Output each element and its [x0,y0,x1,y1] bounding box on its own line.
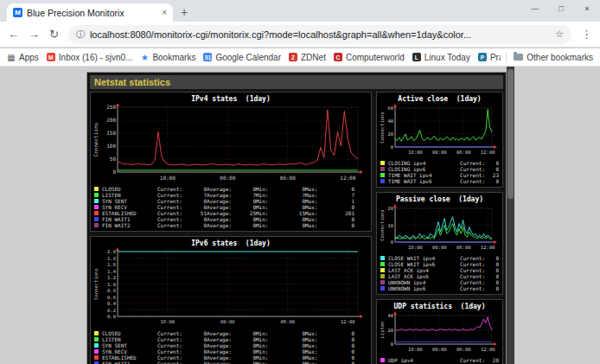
graphs-right-column: Active close (1day) 020406018:0000:0006:… [376,92,503,364]
svg-text:Connections: Connections [93,122,99,156]
svg-text:Connections: Connections [93,268,99,299]
legend-stat: Current:0 [460,279,499,285]
svg-text:12:00: 12:00 [481,150,495,155]
graph-legend: CLOSE_WAIT ipv4Current:0CLOSE_WAIT ipv6C… [378,254,501,293]
legend-stat: Current:0 [460,166,499,172]
address-bar[interactable]: ⓘ localhost:8080/monitorix-cgi/monitorix… [68,25,571,44]
legend-swatch [380,161,385,165]
svg-text:1.0: 1.0 [107,282,116,287]
bookmarks-list: ▦AppsMInbox (16) - sjvn0...★Bookmarks31G… [7,53,501,62]
reload-icon[interactable]: ↻ [49,28,59,41]
bookmark-bookmarks-folder[interactable]: ★Bookmarks [140,53,195,62]
svg-text:100: 100 [106,143,116,149]
folder-icon [514,54,523,61]
legend-row: TIME_WAIT ipv6Current:0 [380,178,499,184]
svg-text:00:00: 00:00 [220,319,235,324]
legend-swatch [380,274,385,278]
legend-name: SYN_SENT [102,198,157,204]
browser-tab[interactable]: M Blue Precision Monitorix × [7,3,173,22]
svg-text:0: 0 [391,342,393,347]
bookmark-zdnet[interactable]: ZZDNet [289,53,326,62]
tab-close-icon[interactable]: × [162,8,167,17]
legend-swatch [94,337,99,342]
legend-swatch [94,187,99,191]
svg-text:Listen: Listen [380,322,385,339]
bookmark-google-calendar[interactable]: 31Google Calendar [203,53,281,62]
svg-text:06:00: 06:00 [281,319,296,324]
legend-name: TIME_WAIT ipv6 [388,178,445,184]
legend-name: ESTABLISHED [102,354,157,361]
legend-stat: Average:0 [207,222,256,228]
legend-stat: Current:0 [157,361,207,364]
page-content: Netstat statistics IPv4 states (1day) 05… [0,67,600,364]
graph-canvas: 0204018:0000:0006:0012:00Listen [378,311,500,353]
svg-text:10: 10 [387,223,393,228]
page-scrollbar[interactable] [507,67,514,364]
svg-text:200: 200 [106,117,116,123]
section-title: Netstat statistics [90,75,503,89]
svg-text:18:00: 18:00 [160,175,176,181]
window-minimize-icon[interactable]: — [522,0,548,17]
other-bookmarks[interactable]: Other bookmarks [514,53,593,62]
url-text[interactable]: localhost:8080/monitorix-cgi/monitorix.c… [90,29,550,40]
graph-canvas: 0102018:0000:0006:0012:00Connections [378,204,500,251]
legend-stat: Current:0 [157,222,207,228]
window-controls: — □ × [522,0,600,17]
bookmark-gmail-inbox[interactable]: MInbox (16) - sjvn0... [47,53,133,62]
bookmark-computerworld[interactable]: CComputerworld [334,53,405,62]
legend-stat: Max:0 [305,204,354,210]
legend-name: CLOSED [102,186,157,192]
gmail-inbox-icon: M [47,53,55,61]
graph-legend: CLOSING ipv4Current:0CLOSING ipv6Current… [378,159,501,186]
legend-stat: Max:0 [305,348,354,354]
svg-text:250: 250 [106,104,116,110]
forward-icon[interactable]: → [29,28,40,41]
bookmark-apps[interactable]: ▦Apps [7,53,39,62]
legend-stat: Average:0 [207,354,256,361]
bookmark-practical-technology[interactable]: PPractical Technol... [478,53,501,62]
window-maximize-icon[interactable]: □ [548,0,574,17]
back-icon[interactable]: ← [8,28,19,41]
scrollbar-thumb[interactable] [507,69,514,199]
bookmark-label: Linux Today [424,53,470,62]
graph-ipv6-states: IPv6 states (1day) 0.00.20.40.60.81.01.2… [90,236,372,364]
legend-stat: Current:0 [157,348,207,354]
legend-name: ESTABLISHED [102,210,157,216]
new-tab-button[interactable]: + [181,5,188,19]
legend-name: CLOSE_WAIT ipv6 [388,261,445,267]
legend-row: UNKNOWN ipv6Current:0 [380,285,499,291]
legend-row: TIME_WAIT ipv4Current:23 [380,172,499,178]
legend-stat: Average:7 [207,192,256,198]
zdnet-icon: Z [289,53,297,61]
window-close-icon[interactable]: × [574,0,600,17]
page-info-icon[interactable]: ⓘ [76,29,85,41]
svg-text:150: 150 [106,130,116,136]
browser-tabstrip: M Blue Precision Monitorix × + — □ × [0,0,600,22]
legend-stat: Current:0 [157,204,207,210]
legend-swatch [94,343,99,348]
svg-text:0.2: 0.2 [107,308,116,313]
legend-stat: Average:0 [207,342,256,348]
svg-text:1.6: 1.6 [107,262,116,267]
legend-stat: Current:0 [157,336,207,342]
svg-text:12:00: 12:00 [481,245,495,250]
legend-swatch [380,286,385,291]
svg-text:06:00: 06:00 [456,245,471,250]
graph-title: IPv6 states (1day) [92,238,370,248]
graph-active-close: Active close (1day) 020406018:0000:0006:… [376,92,503,188]
legend-swatch [380,280,385,284]
browser-menu-icon[interactable]: ⋮ [581,28,592,41]
legend-name: TIME_WAIT ipv4 [388,172,445,178]
legend-name: CLOSING ipv6 [388,166,445,172]
svg-text:50: 50 [110,156,117,162]
bookmarks-separator [506,52,507,62]
legend-name: UDP ipv4 [388,357,445,363]
legend-name: FIN_WAIT2 [102,222,157,228]
svg-text:00:00: 00:00 [432,150,447,155]
graph-canvas: 05010015020025018:0000:0006:0012:00Conne… [92,104,368,182]
bookmark-linux-today[interactable]: LLinux Today [412,53,470,62]
bookmark-star-icon[interactable]: ☆ [555,29,564,40]
legend-stat: Max:0 [305,342,354,348]
legend-row: CLOSING ipv4Current:0 [380,160,499,166]
legend-stat: Average:0 [207,330,256,336]
